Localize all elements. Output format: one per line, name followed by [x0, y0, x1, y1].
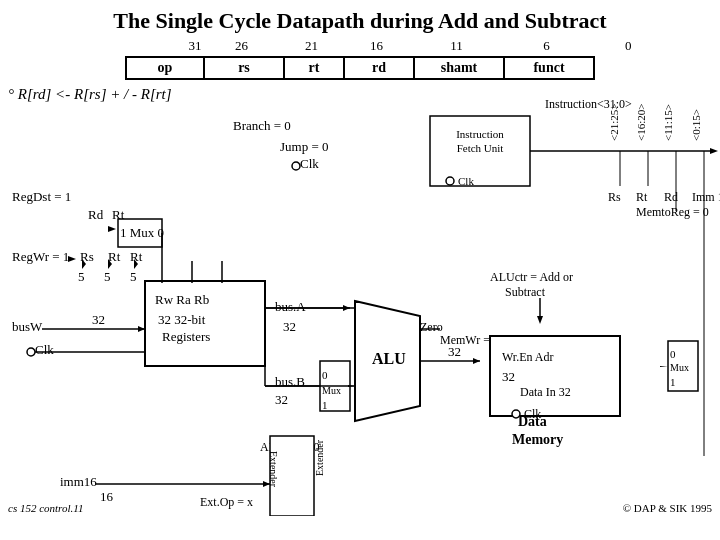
field-rd: rd: [345, 56, 415, 80]
svg-text:ALUctr = Add or: ALUctr = Add or: [490, 270, 573, 284]
svg-point-11: [292, 162, 300, 170]
svg-text:Clk: Clk: [458, 175, 474, 187]
svg-marker-15: [537, 316, 543, 324]
svg-text:Branch = 0: Branch = 0: [233, 118, 291, 133]
svg-text:Instruction: Instruction: [456, 128, 504, 140]
svg-text:Rd: Rd: [664, 190, 678, 204]
field-rt: rt: [285, 56, 345, 80]
svg-text:Rd: Rd: [88, 207, 104, 222]
svg-marker-36: [68, 256, 76, 262]
svg-text:Ext.Op = x: Ext.Op = x: [200, 495, 253, 509]
bit-11: 11: [412, 38, 502, 54]
svg-text:Mux: Mux: [670, 362, 689, 373]
svg-marker-83: [473, 358, 480, 364]
field-funct: funct: [505, 56, 595, 80]
svg-text:RegWr = 1: RegWr = 1: [12, 249, 69, 264]
svg-text:Rt: Rt: [130, 249, 143, 264]
svg-text:Data In  32: Data In 32: [520, 385, 571, 399]
svg-text:32: 32: [92, 312, 105, 327]
svg-text:MemtoReg = 0: MemtoReg = 0: [636, 205, 709, 219]
field-op: op: [125, 56, 205, 80]
svg-point-3: [446, 177, 454, 185]
svg-text:Extender: Extender: [314, 439, 325, 476]
svg-text:32 32-bit: 32 32-bit: [158, 312, 206, 327]
svg-text:Clk: Clk: [300, 156, 319, 171]
svg-text:5: 5: [130, 269, 137, 284]
svg-marker-52: [138, 326, 145, 332]
svg-text:Memory: Memory: [512, 432, 563, 447]
svg-text:1 Mux 0: 1 Mux 0: [120, 225, 164, 240]
svg-text:Wr.En   Adr: Wr.En Adr: [502, 350, 554, 364]
svg-text:<0:15>: <0:15>: [690, 109, 702, 141]
svg-text:Extender: Extender: [268, 451, 279, 488]
svg-text:32: 32: [283, 319, 296, 334]
svg-text:imm16: imm16: [60, 474, 97, 489]
bit-16: 16: [342, 38, 412, 54]
svg-text:5: 5: [78, 269, 85, 284]
svg-text:Subtract: Subtract: [505, 285, 546, 299]
svg-text:bus.A: bus.A: [275, 299, 306, 314]
svg-text:<11:15>: <11:15>: [662, 104, 674, 141]
svg-text:<21:25>: <21:25>: [608, 104, 620, 141]
svg-text:Zero: Zero: [420, 320, 443, 334]
svg-text:RegDst = 1: RegDst = 1: [12, 189, 71, 204]
svg-text:Clk: Clk: [524, 407, 541, 421]
datapath-diagram: Instruction Fetch Unit Clk Instruction<3…: [0, 86, 720, 516]
svg-text:5: 5: [104, 269, 111, 284]
svg-text:Jump = 0: Jump = 0: [280, 139, 329, 154]
svg-text:Rt: Rt: [636, 190, 648, 204]
svg-text:1: 1: [670, 376, 676, 388]
svg-text:32: 32: [502, 369, 515, 384]
title: The Single Cycle Datapath during Add and…: [0, 0, 720, 38]
svg-text:Imm 16: Imm 16: [692, 190, 720, 204]
footer-right: © DAP & SIK 1995: [623, 502, 712, 514]
svg-text:0: 0: [670, 348, 676, 360]
bit-31: 31: [89, 38, 202, 54]
svg-text:Rs: Rs: [608, 190, 621, 204]
svg-text:Rw   Ra   Rb: Rw Ra Rb: [155, 292, 209, 307]
svg-text:32: 32: [275, 392, 288, 407]
footer-left: cs 152 control.11: [8, 502, 83, 514]
field-shamt: shamt: [415, 56, 505, 80]
svg-text:Registers: Registers: [162, 329, 210, 344]
svg-text:Fetch Unit: Fetch Unit: [457, 142, 504, 154]
svg-text:<16:20>: <16:20>: [635, 104, 647, 141]
svg-text:0: 0: [322, 369, 328, 381]
svg-point-55: [27, 348, 35, 356]
svg-text:1: 1: [322, 399, 328, 411]
svg-point-98: [512, 410, 520, 418]
bit-21: 21: [282, 38, 342, 54]
bit-26: 26: [202, 38, 282, 54]
svg-text:16: 16: [100, 489, 114, 504]
bit-6: 6: [502, 38, 592, 54]
field-rs: rs: [205, 56, 285, 80]
bit-0: 0: [592, 38, 632, 54]
svg-marker-32: [108, 226, 116, 232]
svg-marker-7: [710, 148, 718, 154]
svg-text:ALU: ALU: [372, 350, 406, 367]
svg-marker-91: [660, 366, 668, 367]
svg-text:Clk: Clk: [35, 342, 54, 357]
svg-text:busW: busW: [12, 319, 43, 334]
